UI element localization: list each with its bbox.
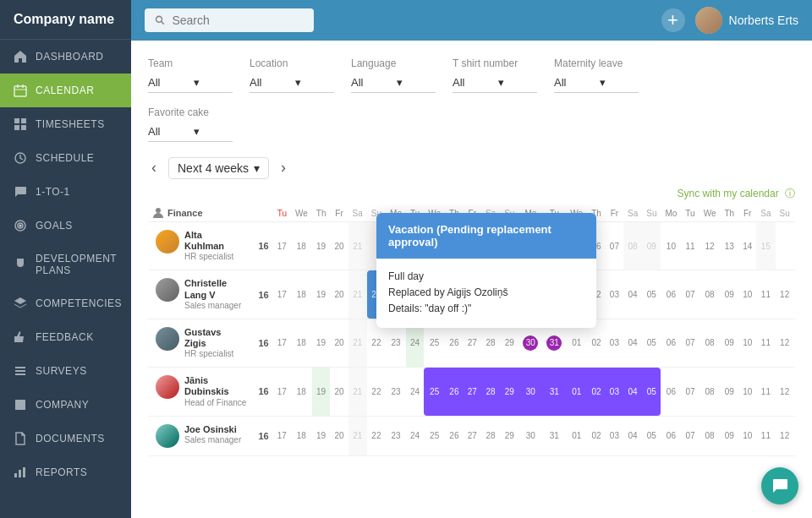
filter-team-select[interactable]: All ▾	[148, 73, 233, 93]
popup-body: Full day Replaced by Aigijs Ozoliņš Deta…	[376, 259, 596, 328]
sidebar: Company name DASHBOARD CALENDAR TIMESHEE…	[0, 0, 131, 518]
list-icon	[14, 364, 27, 378]
barchart-icon	[14, 466, 27, 479]
popup-replaced: Replaced by Aigijs Ozoliņš	[388, 285, 584, 301]
building-icon	[14, 398, 27, 412]
avatar-joe	[156, 424, 179, 448]
filter-team-label: Team	[148, 57, 233, 69]
filter-cake-select[interactable]: All ▾	[148, 122, 233, 142]
sidebar-item-1to1[interactable]: 1-TO-1	[0, 175, 131, 209]
next-period-button[interactable]: ›	[277, 155, 289, 180]
avatar-janis	[156, 375, 179, 399]
svg-rect-15	[14, 473, 17, 477]
day-we1: We	[291, 204, 312, 222]
layers-icon	[14, 297, 27, 310]
user-menu[interactable]: Norberts Erts	[695, 7, 798, 34]
prev-period-button[interactable]: ‹	[148, 155, 160, 180]
filter-tshirt-select[interactable]: All ▾	[453, 73, 537, 93]
person-icon	[152, 207, 164, 219]
search-box[interactable]	[145, 8, 314, 32]
sidebar-item-devplans[interactable]: DEVELOPMENT PLANS	[0, 243, 131, 286]
day-su3: Su	[642, 204, 661, 222]
svg-rect-13	[15, 370, 25, 372]
sidebar-item-dashboard[interactable]: DASHBOARD	[0, 40, 131, 74]
main-area: + Norberts Erts Team All ▾ Location All	[131, 0, 812, 518]
chevron-down-icon: ▾	[194, 125, 200, 138]
svg-rect-12	[15, 367, 25, 368]
svg-rect-0	[14, 86, 26, 96]
clock-icon	[14, 151, 27, 165]
calendar-icon	[14, 84, 27, 97]
target-icon	[14, 219, 27, 232]
popup-details: Details: "day off :)"	[388, 301, 584, 317]
day-tu4: Tu	[681, 204, 699, 222]
chat-button[interactable]	[761, 467, 798, 504]
period-selector[interactable]: Next 4 weeks ▾	[168, 157, 269, 179]
chevron-down-icon: ▾	[254, 161, 260, 175]
filter-tshirt: T shirt number All ▾	[453, 57, 537, 93]
svg-rect-5	[21, 118, 26, 123]
filter-location: Location All ▾	[250, 57, 334, 93]
sidebar-item-calendar[interactable]: CALENDAR	[0, 74, 131, 107]
filters-row-1: Team All ▾ Location All ▾ Language All ▾	[148, 57, 795, 93]
svg-rect-7	[21, 125, 26, 130]
calendar-controls: ‹ Next 4 weeks ▾ ›	[148, 155, 795, 180]
avatar-alta	[156, 230, 179, 254]
sidebar-item-reports[interactable]: REPORTS	[0, 455, 131, 489]
chevron-down-icon: ▾	[295, 76, 301, 89]
filter-language: Language All ▾	[351, 57, 436, 93]
day-th1: Th	[312, 204, 331, 222]
chevron-down-icon: ▾	[194, 76, 200, 89]
finance-header: Finance	[148, 204, 254, 222]
popup-fullday: Full day	[388, 269, 584, 285]
sidebar-item-schedule[interactable]: SCHEDULE	[0, 141, 131, 175]
avatar-gustavs	[156, 327, 179, 351]
filter-tshirt-label: T shirt number	[453, 57, 537, 69]
svg-rect-17	[23, 467, 25, 477]
day-fr3: Fr	[606, 204, 623, 222]
day-we4: We	[700, 204, 721, 222]
trophy-icon	[14, 258, 27, 271]
chat-icon	[14, 185, 27, 199]
sidebar-item-competencies[interactable]: COMPETENCIES	[0, 286, 131, 320]
table-row: Jānis Dubinskis Head of Finance 16 17 18…	[148, 368, 795, 416]
svg-point-18	[156, 16, 162, 22]
day-fr4: Fr	[738, 204, 756, 222]
sidebar-item-timesheets[interactable]: TIMESHEETS	[0, 107, 131, 141]
sidebar-item-company[interactable]: COMPANY	[0, 388, 131, 422]
svg-point-20	[156, 208, 161, 213]
content-area: Team All ▾ Location All ▾ Language All ▾	[131, 41, 812, 518]
day-mo5: Mo	[794, 204, 795, 222]
avatar	[695, 7, 722, 34]
avatar-christelle	[156, 278, 179, 302]
sync-calendar-link[interactable]: Sync with my calendar ⓘ	[148, 187, 795, 201]
table-row: Joe Osinski Sales manager 16 17 18 19 20…	[148, 416, 795, 455]
purple-dot-31: 31	[546, 335, 562, 351]
thumbsup-icon	[14, 330, 27, 344]
day-fr1: Fr	[330, 204, 348, 222]
sidebar-item-surveys[interactable]: SURVEYS	[0, 354, 131, 388]
sidebar-item-documents[interactable]: DOCUMENTS	[0, 422, 131, 455]
day-tu1: Tu	[273, 204, 291, 222]
day-sa4: Sa	[756, 204, 775, 222]
add-button[interactable]: +	[661, 8, 685, 32]
search-input[interactable]	[172, 14, 304, 27]
sidebar-item-goals[interactable]: GOALS	[0, 209, 131, 243]
filters-row-2: Favorite cake All ▾	[148, 106, 795, 142]
grid-icon	[14, 117, 27, 131]
filter-cake: Favorite cake All ▾	[148, 106, 233, 142]
day-th4: Th	[721, 204, 739, 222]
filter-maternity-select[interactable]: All ▾	[554, 73, 639, 93]
filter-language-select[interactable]: All ▾	[351, 73, 436, 93]
sidebar-item-feedback[interactable]: FEEDBACK	[0, 320, 131, 354]
search-icon	[155, 14, 165, 26]
calendar-table-wrapper: Finance Tu We Th Fr Sa Su Mo Tu We	[148, 204, 795, 456]
filter-cake-label: Favorite cake	[148, 106, 233, 118]
info-icon: ⓘ	[785, 188, 795, 199]
purple-dot-30: 30	[523, 335, 538, 351]
svg-rect-14	[15, 374, 25, 375]
day-sa1: Sa	[348, 204, 367, 222]
vacation-popup: Vacation (Pending replacement approval) …	[376, 213, 596, 328]
filter-maternity-label: Maternity leave	[554, 57, 639, 69]
filter-location-select[interactable]: All ▾	[250, 73, 334, 93]
